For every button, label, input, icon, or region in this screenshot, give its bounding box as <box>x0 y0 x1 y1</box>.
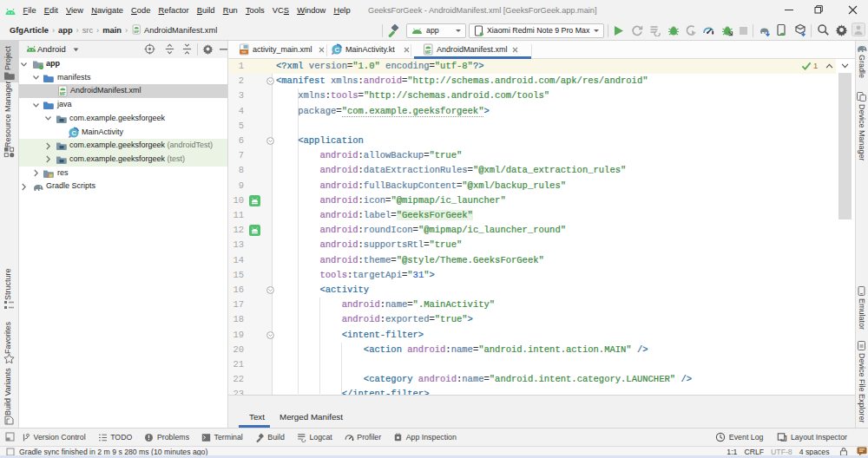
svg-text:C: C <box>71 128 76 136</box>
svg-text:<>: <> <box>241 49 247 54</box>
svg-text:MF: MF <box>60 92 66 96</box>
svg-text:MF: MF <box>134 29 139 34</box>
svg-text:MF: MF <box>425 50 431 55</box>
svg-text:C: C <box>334 46 339 54</box>
